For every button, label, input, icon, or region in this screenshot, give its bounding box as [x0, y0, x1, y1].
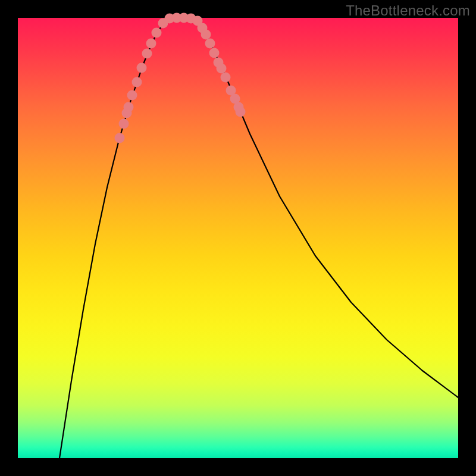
watermark-text: TheBottleneck.com	[346, 2, 470, 19]
data-dot	[119, 119, 129, 129]
plot-area	[18, 18, 458, 458]
curve-svg	[18, 18, 458, 458]
bottleneck-curve	[60, 18, 458, 458]
data-dot	[236, 107, 246, 117]
chart-frame: TheBottleneck.com	[0, 0, 476, 476]
data-dot	[142, 49, 152, 59]
data-dot	[217, 64, 227, 74]
data-dot	[152, 28, 162, 38]
data-dot	[132, 77, 142, 87]
data-dot	[124, 102, 134, 112]
data-dots	[115, 13, 246, 143]
data-dot	[205, 39, 215, 49]
data-dot	[115, 133, 125, 143]
data-dot	[146, 39, 156, 49]
data-dot	[127, 90, 137, 101]
data-dot	[137, 63, 147, 73]
data-dot	[221, 73, 231, 83]
data-dot	[201, 30, 211, 40]
data-dot	[209, 48, 220, 58]
